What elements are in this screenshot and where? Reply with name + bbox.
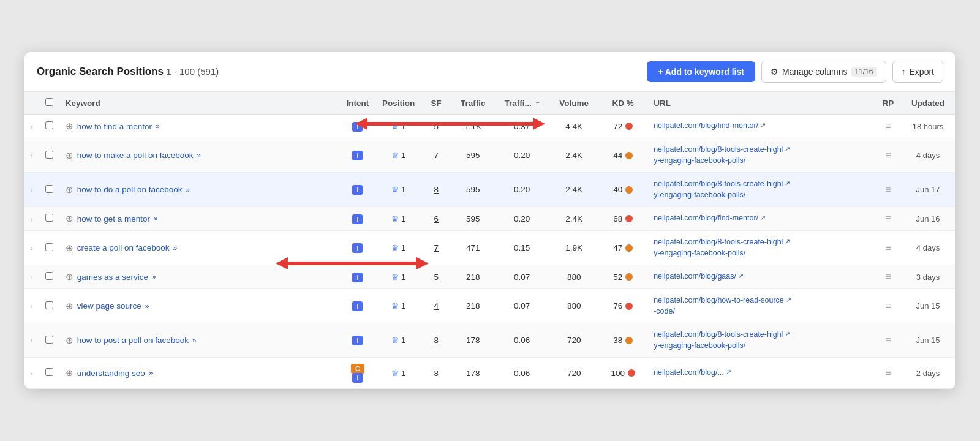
chevron-right-icon: ›	[31, 337, 33, 344]
row-select-checkbox[interactable]	[45, 272, 53, 280]
url-cell[interactable]: neilpatel.com/blog/... ↗	[647, 358, 876, 389]
intent-cell: I	[339, 173, 376, 207]
keyword-cell[interactable]: ⊕ games as a service »	[59, 265, 339, 289]
row-checkbox-cell[interactable]	[39, 231, 59, 265]
col-rp[interactable]: RP	[876, 92, 900, 115]
col-position[interactable]: Position	[376, 92, 421, 115]
keyword-cell[interactable]: ⊕ how to post a poll on facebook »	[59, 323, 339, 358]
row-expand[interactable]: ›	[24, 265, 39, 289]
col-sf[interactable]: SF	[421, 92, 451, 115]
export-button[interactable]: ↑ Export	[892, 61, 943, 83]
sf-value: 5	[434, 122, 439, 131]
keyword-text[interactable]: how to post a poll on facebook	[77, 336, 189, 345]
url-cell[interactable]: neilpatel.com/blog/how-to-read-source-co…	[647, 289, 876, 323]
keyword-cell[interactable]: ⊕ how to make a poll on facebook »	[59, 138, 339, 173]
keyword-cell[interactable]: ⊕ how to do a poll on facebook »	[59, 173, 339, 207]
intent-cell: I	[339, 207, 376, 231]
row-expand[interactable]: ›	[24, 289, 39, 323]
row-checkbox-cell[interactable]	[39, 289, 59, 323]
keyword-text[interactable]: understanding seo	[77, 369, 145, 378]
url-cell[interactable]: neilpatel.com/blog/gaas/ ↗	[647, 265, 876, 289]
row-expand[interactable]: ›	[24, 207, 39, 231]
row-select-checkbox[interactable]	[45, 214, 53, 222]
rp-icon: ≡	[885, 243, 891, 253]
url-cell[interactable]: neilpatel.com/blog/find-mentor/ ↗	[647, 207, 876, 231]
keyword-text[interactable]: games as a service	[77, 273, 148, 282]
url-cell[interactable]: neilpatel.com/blog/8-tools-create-highly…	[647, 323, 876, 358]
keyword-text[interactable]: view page source	[77, 301, 141, 311]
row-select-checkbox[interactable]	[45, 121, 53, 129]
row-checkbox-cell[interactable]	[39, 173, 59, 207]
col-traffic[interactable]: Traffic	[451, 92, 494, 115]
row-select-checkbox[interactable]	[45, 301, 53, 309]
row-checkbox-cell[interactable]	[39, 138, 59, 173]
row-expand[interactable]: ›	[24, 173, 39, 207]
row-checkbox-cell[interactable]	[39, 207, 59, 231]
volume-value: 2.4K	[565, 214, 582, 224]
url-link[interactable]: neilpatel.com/blog/find-mentor/ ↗	[654, 121, 870, 132]
manage-columns-button[interactable]: ⚙ Manage columns 11/16	[761, 61, 886, 83]
crown-icon: ♛	[391, 214, 399, 224]
double-arrow-icon: »	[154, 214, 158, 223]
crown-icon: ♛	[391, 301, 399, 311]
url-link[interactable]: neilpatel.com/blog/8-tools-create-highly…	[654, 330, 870, 351]
keyword-text[interactable]: how to make a poll on facebook	[77, 151, 194, 160]
keyword-text[interactable]: how to find a mentor	[77, 122, 152, 131]
url-link[interactable]: neilpatel.com/blog/gaas/ ↗	[654, 271, 870, 282]
keyword-cell[interactable]: ⊕ view page source »	[59, 289, 339, 323]
url-link[interactable]: neilpatel.com/blog/8-tools-create-highly…	[654, 145, 870, 166]
select-all-checkbox[interactable]	[45, 98, 53, 106]
sf-cell: 7	[421, 138, 451, 173]
row-checkbox-cell[interactable]	[39, 323, 59, 358]
col-updated[interactable]: Updated	[900, 92, 956, 115]
external-link-icon: ↗	[786, 296, 791, 304]
table-row: › ⊕ create a poll on facebook » I ♛ 1747…	[24, 231, 956, 265]
main-container: Organic Search Positions 1 - 100 (591) +…	[24, 52, 956, 389]
keyword-text[interactable]: create a poll on facebook	[77, 243, 170, 252]
row-expand[interactable]: ›	[24, 138, 39, 173]
updated-cell: 3 days	[900, 265, 956, 289]
chevron-right-icon: ›	[31, 274, 33, 281]
url-cell[interactable]: neilpatel.com/blog/8-tools-create-highly…	[647, 138, 876, 173]
keyword-cell[interactable]: ⊕ understanding seo »	[59, 358, 339, 389]
row-expand[interactable]: ›	[24, 323, 39, 358]
col-traffic-pct[interactable]: Traffi... ≡	[494, 92, 549, 115]
row-expand[interactable]: ›	[24, 231, 39, 265]
intent-cell: I	[339, 289, 376, 323]
row-select-checkbox[interactable]	[45, 368, 53, 376]
col-url[interactable]: URL	[647, 92, 876, 115]
row-expand[interactable]: ›	[24, 115, 39, 138]
col-keyword[interactable]: Keyword	[59, 92, 339, 115]
keyword-cell[interactable]: ⊕ create a poll on facebook »	[59, 231, 339, 265]
keyword-text[interactable]: how to do a poll on facebook	[77, 185, 183, 194]
keyword-cell[interactable]: ⊕ how to get a mentor »	[59, 207, 339, 231]
row-checkbox-cell[interactable]	[39, 358, 59, 389]
row-select-checkbox[interactable]	[45, 185, 53, 193]
url-cell[interactable]: neilpatel.com/blog/8-tools-create-highly…	[647, 173, 876, 207]
row-checkbox-cell[interactable]	[39, 115, 59, 138]
row-select-checkbox[interactable]	[45, 336, 53, 344]
col-checkbox[interactable]	[39, 92, 59, 115]
url-link[interactable]: neilpatel.com/blog/8-tools-create-highly…	[654, 237, 870, 258]
crown-icon: ♛	[391, 122, 399, 131]
url-cell[interactable]: neilpatel.com/blog/find-mentor/ ↗	[647, 115, 876, 138]
keyword-text[interactable]: how to get a mentor	[77, 214, 150, 224]
traffic-cell: 1.1K	[451, 115, 494, 138]
keyword-cell[interactable]: ⊕ how to find a mentor »	[59, 115, 339, 138]
col-intent[interactable]: Intent	[339, 92, 376, 115]
col-volume[interactable]: Volume	[549, 92, 598, 115]
url-link[interactable]: neilpatel.com/blog/find-mentor/ ↗	[654, 213, 870, 224]
volume-cell: 880	[549, 289, 598, 323]
url-cell[interactable]: neilpatel.com/blog/8-tools-create-highly…	[647, 231, 876, 265]
row-select-checkbox[interactable]	[45, 243, 53, 251]
row-expand[interactable]: ›	[24, 358, 39, 389]
add-to-keyword-list-button[interactable]: + Add to keyword list	[647, 61, 755, 82]
row-select-checkbox[interactable]	[45, 151, 53, 159]
url-link[interactable]: neilpatel.com/blog/... ↗	[654, 368, 870, 379]
row-checkbox-cell[interactable]	[39, 265, 59, 289]
url-link[interactable]: neilpatel.com/blog/how-to-read-source-co…	[654, 295, 870, 317]
url-link[interactable]: neilpatel.com/blog/8-tools-create-highly…	[654, 179, 870, 200]
col-kd[interactable]: KD %	[598, 92, 647, 115]
plus-circle-icon: ⊕	[66, 213, 74, 224]
plus-circle-icon: ⊕	[66, 243, 74, 254]
